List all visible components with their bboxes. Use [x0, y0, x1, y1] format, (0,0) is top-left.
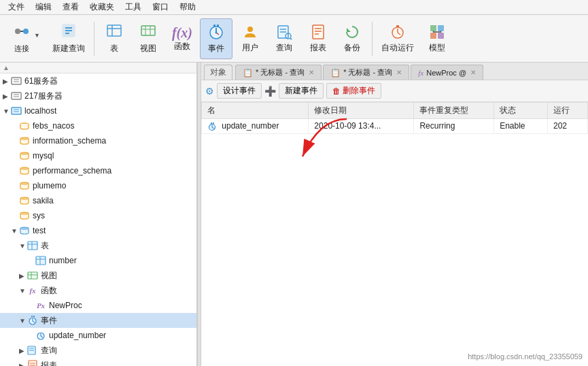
tab-untitled-2[interactable]: 📋 * 无标题 - 查询 ✕ — [323, 65, 409, 80]
sidebar-item-performance-schema[interactable]: performance_schema — [0, 163, 196, 178]
sidebar-item-server61[interactable]: ▶ 61服务器 — [0, 73, 196, 88]
tab-bar: 对象 📋 * 无标题 - 查询 ✕ 📋 * 无标题 - 查询 ✕ fx NewP… — [201, 63, 588, 80]
toolbar: 连接 ▼ 新建查询 表 视图 f(x) 函数 事件 用户 — [0, 15, 588, 63]
view-label: 视图 — [140, 43, 156, 54]
event-run: 202 — [548, 119, 588, 134]
delete-event-label: 删除事件 — [343, 85, 375, 97]
sidebar-item-test[interactable]: ▼ test — [0, 223, 196, 238]
new-event-btn[interactable]: 新建事件 — [279, 83, 324, 99]
toolbar-new-query[interactable]: 新建查询 — [47, 18, 90, 59]
toolbar-model[interactable]: 模型 — [421, 18, 453, 59]
sidebar-item-sys[interactable]: sys — [0, 208, 196, 223]
menu-edit[interactable]: 编辑 — [30, 0, 57, 14]
sidebar-item-functions[interactable]: ▼ fx 函数 — [0, 283, 196, 298]
svg-point-1 — [23, 29, 29, 34]
menu-file[interactable]: 文件 — [3, 0, 30, 14]
tables-icon — [27, 240, 38, 251]
functions-label: 函数 — [41, 285, 57, 297]
toolbar-report[interactable]: 报表 — [302, 18, 334, 59]
toolbar-query[interactable]: 查询 — [268, 18, 300, 59]
delete-event-btn[interactable]: 🗑 删除事件 — [326, 83, 381, 99]
sidebar: ▲ ▶ 61服务器 ▶ 217服务器 ▼ localhost febs_naco… — [0, 63, 197, 366]
table-row[interactable]: update_number 2020-10-09 13:4... Recurri… — [202, 119, 588, 134]
auto-run-label: 自动运行 — [381, 42, 414, 54]
event-panel: ⚙ 设计事件 ➕ 新建事件 🗑 删除事件 名 — [201, 80, 588, 366]
table-icon — [35, 255, 46, 266]
localhost-label: localhost — [24, 106, 56, 116]
arrow-icon: ▶ — [3, 93, 11, 100]
tab-close-icon[interactable]: ✕ — [309, 69, 314, 76]
db-icon — [19, 225, 30, 236]
sidebar-item-plumemo[interactable]: plumemo — [0, 178, 196, 193]
db-icon — [19, 135, 30, 146]
sidebar-item-newproc[interactable]: Px NewProc — [0, 298, 196, 313]
sidebar-item-mysql[interactable]: mysql — [0, 148, 196, 163]
svg-rect-36 — [438, 25, 444, 31]
event-modified: 2020-10-09 13:4... — [309, 119, 414, 134]
toolbar-backup[interactable]: 备份 — [336, 18, 368, 59]
svg-point-52 — [20, 182, 29, 185]
sidebar-item-update-number[interactable]: update_number — [0, 328, 196, 343]
update-number-sidebar-label: update_number — [49, 331, 106, 340]
tab-close-icon-3[interactable]: ✕ — [470, 69, 476, 76]
toolbar-sep-1 — [94, 22, 94, 56]
svg-rect-39 — [12, 78, 21, 84]
sidebar-item-views[interactable]: ▶ 视图 — [0, 268, 196, 283]
toolbar-event[interactable]: 事件 — [200, 18, 232, 59]
model-icon — [429, 24, 445, 42]
events-data-table: 名 修改日期 事件重复类型 状态 运行 — [201, 102, 588, 134]
menu-help[interactable]: 帮助 — [174, 0, 201, 14]
sidebar-item-server217[interactable]: ▶ 217服务器 — [0, 88, 196, 103]
event-name: update_number — [202, 119, 309, 134]
svg-rect-68 — [31, 316, 33, 317]
sidebar-item-events[interactable]: ▼ 事件 — [0, 313, 196, 328]
object-tab-label[interactable]: 对象 — [210, 67, 226, 78]
svg-rect-35 — [430, 25, 436, 31]
menu-favorites[interactable]: 收藏夹 — [84, 0, 120, 14]
sidebar-item-tables[interactable]: ▼ 表 — [0, 238, 196, 253]
sidebar-item-febs-nacos[interactable]: febs_nacos — [0, 118, 196, 133]
new-event-label: 新建事件 — [285, 85, 317, 97]
sidebar-item-number[interactable]: number — [0, 253, 196, 268]
connect-dropdown-icon[interactable]: ▼ — [34, 32, 40, 39]
toolbar-view[interactable]: 视图 — [132, 18, 165, 59]
svg-point-49 — [20, 137, 29, 140]
model-label: 模型 — [429, 42, 445, 54]
table-header-row: 名 修改日期 事件重复类型 状态 运行 — [202, 103, 588, 119]
tab-func-icon: fx — [418, 69, 423, 77]
tab-newproc[interactable]: fx NewProc @ ✕ — [411, 65, 483, 80]
arrow-icon: ▼ — [19, 242, 27, 250]
menu-tools[interactable]: 工具 — [120, 0, 147, 14]
toolbar-auto-run[interactable]: 自动运行 — [376, 18, 419, 59]
tab-untitled-1[interactable]: 📋 * 无标题 - 查询 ✕ — [235, 65, 322, 80]
db-icon — [19, 210, 30, 221]
user-label: 用户 — [242, 42, 258, 54]
sidebar-item-reports[interactable]: ▶ 报表 — [0, 358, 196, 366]
sakila-label: sakila — [33, 196, 54, 205]
tab-query-icon: 📋 — [243, 68, 253, 78]
design-event-btn[interactable]: 设计事件 — [217, 83, 262, 99]
new-query-icon — [60, 22, 77, 43]
tab-query-icon-2: 📋 — [330, 68, 341, 78]
menu-window[interactable]: 窗口 — [147, 0, 174, 14]
content-area: 对象 📋 * 无标题 - 查询 ✕ 📋 * 无标题 - 查询 ✕ fx NewP… — [201, 63, 588, 366]
svg-point-0 — [15, 29, 20, 34]
toolbar-function[interactable]: f(x) 函数 — [166, 18, 198, 59]
localhost-icon — [11, 105, 22, 116]
svg-point-20 — [247, 27, 253, 32]
sidebar-item-sakila[interactable]: sakila — [0, 193, 196, 208]
sidebar-item-information-schema[interactable]: information_schema — [0, 133, 196, 148]
arrow-icon: ▶ — [19, 272, 27, 280]
server217-label: 217服务器 — [24, 90, 63, 102]
sidebar-item-queries[interactable]: ▶ 查询 — [0, 343, 196, 358]
tab-close-icon-2[interactable]: ✕ — [396, 69, 402, 76]
toolbar-table[interactable]: 表 — [98, 18, 131, 59]
menu-view[interactable]: 查看 — [57, 0, 84, 14]
arrow-icon: ▶ — [19, 347, 27, 354]
functions-icon: fx — [27, 285, 38, 296]
event-label: 事件 — [208, 43, 224, 54]
toolbar-user[interactable]: 用户 — [234, 18, 266, 59]
toolbar-connect[interactable]: 连接 ▼ — [4, 18, 46, 59]
sidebar-item-localhost[interactable]: ▼ localhost — [0, 103, 196, 118]
main-area: ▲ ▶ 61服务器 ▶ 217服务器 ▼ localhost febs_naco… — [0, 63, 588, 366]
